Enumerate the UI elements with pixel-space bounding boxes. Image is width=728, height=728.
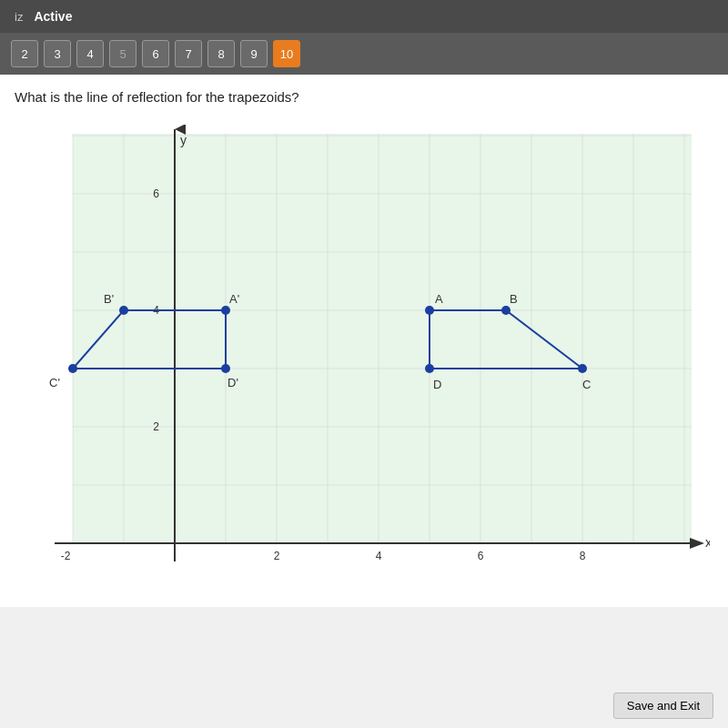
x-label-8: 8	[580, 550, 586, 562]
point-Aprime	[221, 306, 230, 315]
question-text: What is the line of reflection for the t…	[15, 89, 713, 105]
x-label-6: 6	[478, 550, 484, 562]
x-axis-label: x	[705, 535, 710, 550]
label-B: B	[510, 292, 518, 306]
nav-btn-8[interactable]: 8	[207, 40, 235, 67]
nav-btn-9[interactable]: 9	[240, 40, 268, 67]
nav-btn-2[interactable]: 2	[11, 40, 38, 67]
nav-btn-3[interactable]: 3	[44, 40, 71, 67]
label-A: A	[435, 292, 443, 306]
nav-btn-10[interactable]: 10	[273, 40, 300, 67]
point-Cprime	[68, 364, 77, 373]
x-label-n2: -2	[61, 550, 71, 562]
label-C: C	[582, 378, 591, 391]
question-nav: 2 3 4 5 6 7 8 9 10	[0, 33, 728, 75]
nav-btn-5[interactable]: 5	[109, 40, 136, 67]
point-Bprime	[119, 306, 128, 315]
save-exit-button[interactable]: Save and Exit	[613, 693, 713, 719]
header: iz Active	[0, 0, 728, 33]
nav-btn-7[interactable]: 7	[175, 40, 202, 67]
y-label-6: 6	[153, 187, 159, 200]
label-Bprime: B'	[104, 292, 114, 306]
header-status: Active	[34, 9, 72, 24]
coordinate-graph: x y -2 2 4 6 8 2 4 6	[18, 125, 710, 607]
graph-container: x y -2 2 4 6 8 2 4 6	[0, 125, 728, 607]
x-label-2: 2	[274, 550, 280, 562]
label-Cprime: C'	[49, 376, 60, 389]
point-A	[425, 306, 434, 315]
label-Aprime: A'	[229, 292, 239, 306]
label-Dprime: D'	[228, 376, 238, 389]
grid-background	[73, 134, 692, 543]
point-B	[501, 306, 511, 315]
y-axis-label: y	[180, 133, 187, 147]
point-Dprime	[221, 364, 230, 373]
point-D	[425, 364, 434, 373]
nav-btn-4[interactable]: 4	[76, 40, 104, 67]
label-D: D	[433, 378, 441, 391]
x-label-4: 4	[376, 550, 382, 562]
y-label-2: 2	[153, 420, 159, 433]
point-C	[578, 364, 587, 373]
bottom-bar: Save and Exit	[599, 683, 728, 728]
header-title: iz	[15, 10, 23, 24]
nav-btn-6[interactable]: 6	[142, 40, 169, 67]
question-area: What is the line of reflection for the t…	[0, 75, 728, 125]
